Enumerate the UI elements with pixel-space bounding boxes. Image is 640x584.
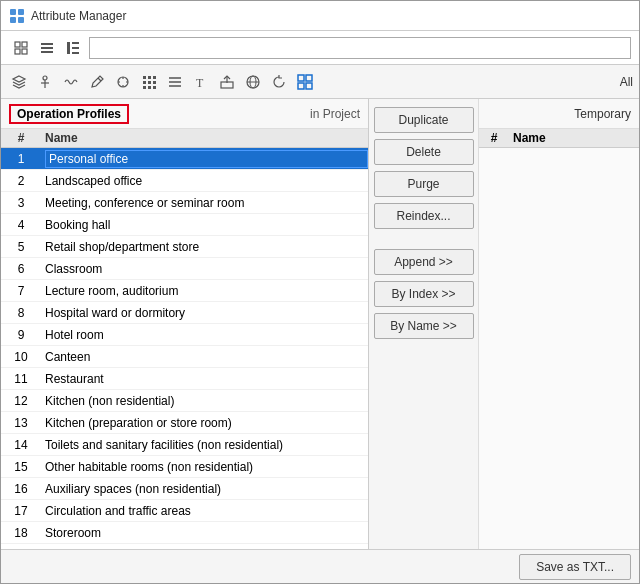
cell-row-name: Storeroom [41, 526, 368, 540]
col-name-header: Name [41, 131, 368, 145]
toolbar-globe-btn[interactable] [241, 70, 265, 94]
svg-rect-27 [153, 76, 156, 79]
table-row[interactable]: 11Restaurant [1, 368, 368, 390]
duplicate-button[interactable]: Duplicate [374, 107, 474, 133]
window-title: Attribute Manager [31, 9, 126, 23]
append-button[interactable]: Append >> [374, 249, 474, 275]
right-table-body [479, 148, 639, 549]
table-row[interactable]: 6Classroom [1, 258, 368, 280]
table-row[interactable]: 3Meeting, conference or seminar room [1, 192, 368, 214]
cell-row-name: Canteen [41, 350, 368, 364]
list-view-icon [40, 41, 54, 55]
table-row[interactable]: 7Lecture room, auditorium [1, 280, 368, 302]
toolbar-grid-btn[interactable] [137, 70, 161, 94]
svg-rect-33 [153, 86, 156, 89]
left-table-body: 12Landscaped office3Meeting, conference … [1, 148, 368, 549]
by-index-button[interactable]: By Index >> [374, 281, 474, 307]
small-grid-icon [141, 74, 157, 90]
right-panel: Temporary # Name [479, 99, 639, 549]
cell-row-num: 17 [1, 504, 41, 518]
view-icon-1[interactable] [9, 36, 33, 60]
globe-icon [245, 74, 261, 90]
save-as-txt-button[interactable]: Save as TXT... [519, 554, 631, 580]
svg-rect-31 [143, 86, 146, 89]
table-row[interactable]: 18Storeroom [1, 522, 368, 544]
cell-row-name: Hotel room [41, 328, 368, 342]
table-row[interactable]: 13Kitchen (preparation or store room) [1, 412, 368, 434]
table-row[interactable]: 12Kitchen (non residential) [1, 390, 368, 412]
cell-row-num: 3 [1, 196, 41, 210]
reindex-button[interactable]: Reindex... [374, 203, 474, 229]
purge-button[interactable]: Purge [374, 171, 474, 197]
toolbar-layers-btn[interactable] [7, 70, 31, 94]
svg-rect-44 [306, 75, 312, 81]
svg-rect-0 [10, 9, 16, 15]
view-icon-3[interactable] [61, 36, 85, 60]
svg-rect-9 [41, 47, 53, 49]
toolbar-refresh-btn[interactable] [267, 70, 291, 94]
table-row[interactable]: 1 [1, 148, 368, 170]
svg-line-19 [98, 78, 101, 81]
cell-row-name: Lecture room, auditorium [41, 284, 368, 298]
temporary-label: Temporary [574, 107, 631, 121]
svg-rect-8 [41, 43, 53, 45]
left-panel: Operation Profiles in Project # Name 12L… [1, 99, 369, 549]
table-row[interactable]: 17Circulation and traffic areas [1, 500, 368, 522]
cell-row-num: 4 [1, 218, 41, 232]
cell-name-input[interactable] [45, 150, 368, 168]
by-name-button[interactable]: By Name >> [374, 313, 474, 339]
view-icon-2[interactable] [35, 36, 59, 60]
cell-row-name: Other habitable rooms (non residential) [41, 460, 368, 474]
table-row[interactable]: 14Toilets and sanitary facilities (non r… [1, 434, 368, 456]
toolbar-pencil-btn[interactable] [85, 70, 109, 94]
active-grid-icon [297, 74, 313, 90]
toolbar-tools-btn[interactable] [111, 70, 135, 94]
svg-rect-2 [10, 17, 16, 23]
svg-rect-10 [41, 51, 53, 53]
toolbar-grid-active-btn[interactable] [293, 70, 317, 94]
toolbar-export-btn[interactable] [215, 70, 239, 94]
svg-rect-11 [67, 42, 70, 54]
cell-row-name: Booking hall [41, 218, 368, 232]
toolbar-lines-btn[interactable] [163, 70, 187, 94]
cell-row-num: 14 [1, 438, 41, 452]
cell-row-num: 15 [1, 460, 41, 474]
toolbar: T [1, 65, 639, 99]
right-panel-header: Temporary [479, 99, 639, 129]
table-row[interactable]: 2Landscaped office [1, 170, 368, 192]
cell-row-name: Kitchen (non residential) [41, 394, 368, 408]
svg-rect-45 [298, 83, 304, 89]
detail-view-icon [66, 41, 80, 55]
cell-row-name: Restaurant [41, 372, 368, 386]
col-num-header: # [1, 131, 41, 145]
svg-rect-32 [148, 86, 151, 89]
toolbar-wave-btn[interactable] [59, 70, 83, 94]
cell-row-num: 5 [1, 240, 41, 254]
toolbar-text-btn[interactable]: T [189, 70, 213, 94]
all-label: All [620, 75, 633, 89]
cell-row-num: 11 [1, 372, 41, 386]
cell-row-name: Kitchen (preparation or store room) [41, 416, 368, 430]
table-row[interactable]: 4Booking hall [1, 214, 368, 236]
table-row[interactable]: 8Hospital ward or dormitory [1, 302, 368, 324]
table-row[interactable]: 16Auxiliary spaces (non residential) [1, 478, 368, 500]
cell-row-name: Retail shop/department store [41, 240, 368, 254]
table-row[interactable]: 10Canteen [1, 346, 368, 368]
svg-rect-29 [148, 81, 151, 84]
text-icon: T [193, 74, 209, 90]
cell-row-name: Circulation and traffic areas [41, 504, 368, 518]
search-input[interactable] [89, 37, 631, 59]
svg-rect-26 [148, 76, 151, 79]
main-content: Operation Profiles in Project # Name 12L… [1, 99, 639, 549]
table-row[interactable]: 15Other habitable rooms (non residential… [1, 456, 368, 478]
in-project-label: in Project [310, 107, 360, 121]
svg-rect-4 [15, 42, 20, 47]
refresh-icon [271, 74, 287, 90]
toolbar-anchor-btn[interactable] [33, 70, 57, 94]
cell-row-num: 12 [1, 394, 41, 408]
svg-point-16 [43, 76, 47, 80]
delete-button[interactable]: Delete [374, 139, 474, 165]
table-row[interactable]: 9Hotel room [1, 324, 368, 346]
table-row[interactable]: 5Retail shop/department store [1, 236, 368, 258]
cell-row-num: 2 [1, 174, 41, 188]
